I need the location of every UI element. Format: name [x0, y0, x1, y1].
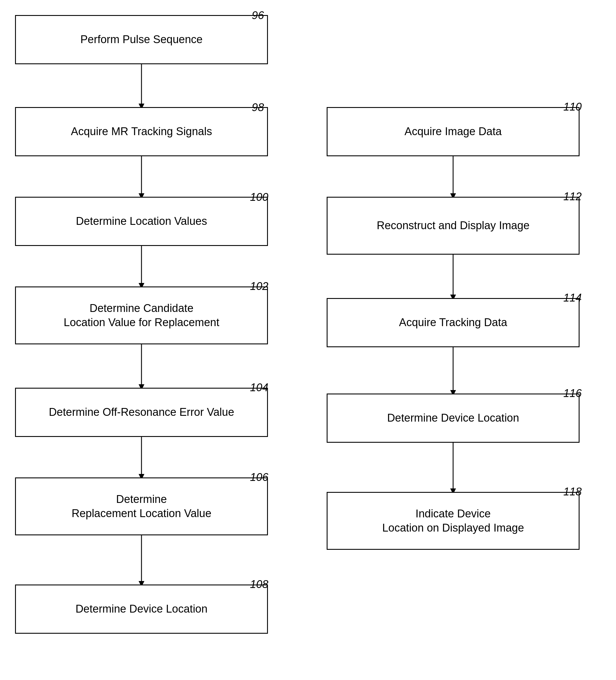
- label-110: 110: [563, 101, 582, 113]
- label-100: 100: [250, 191, 268, 203]
- label-106: 106: [250, 471, 268, 484]
- label-108: 108: [250, 578, 268, 591]
- label-102: 102: [250, 280, 268, 292]
- box-110: Acquire Image Data: [327, 107, 580, 156]
- label-114: 114: [563, 292, 582, 304]
- label-112: 112: [563, 190, 582, 203]
- box-116: Determine Device Location: [327, 394, 580, 443]
- label-98: 98: [252, 101, 264, 114]
- box-98: Acquire MR Tracking Signals: [15, 107, 268, 156]
- diagram-container: Perform Pulse Sequence 96 Acquire MR Tra…: [0, 0, 616, 680]
- box-108: Determine Device Location: [15, 585, 268, 634]
- label-116: 116: [563, 387, 582, 400]
- box-104: Determine Off-Resonance Error Value: [15, 388, 268, 437]
- box-100: Determine Location Values: [15, 197, 268, 246]
- label-96: 96: [252, 9, 264, 22]
- box-96: Perform Pulse Sequence: [15, 15, 268, 64]
- box-114: Acquire Tracking Data: [327, 298, 580, 347]
- label-118: 118: [563, 486, 582, 498]
- box-118: Indicate Device Location on Displayed Im…: [327, 492, 580, 550]
- box-106: Determine Replacement Location Value: [15, 477, 268, 535]
- box-102: Determine Candidate Location Value for R…: [15, 286, 268, 344]
- label-104: 104: [250, 381, 268, 394]
- box-112: Reconstruct and Display Image: [327, 197, 580, 255]
